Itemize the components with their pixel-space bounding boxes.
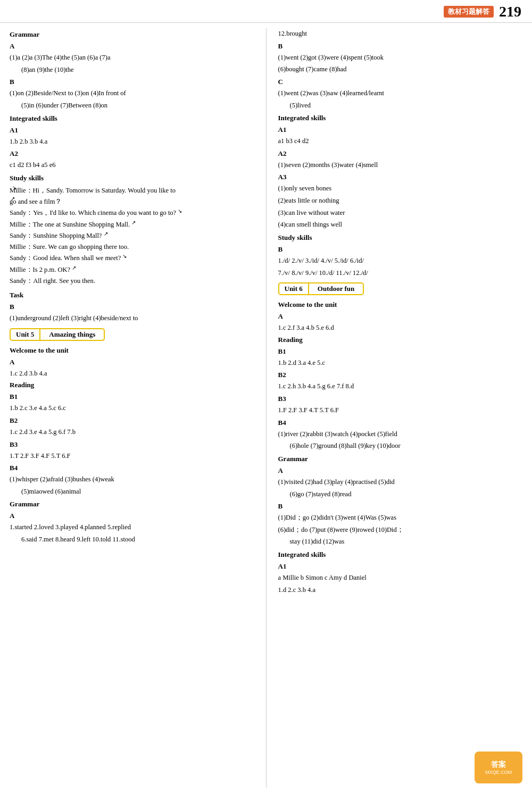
dialogue-line-2: Sandy：Yes，I'd like to. Which cinema do y… — [10, 207, 254, 219]
int2-A3-line2: (2)eats little or nothing — [278, 195, 523, 206]
grammar2-title: Grammar — [10, 500, 254, 508]
int3-last-line: 1.d 2.c 3.b 4.a — [278, 585, 523, 596]
dialogue-block: M↘illie：Hi，Sandy. Tomorrow is Saturday. … — [10, 185, 254, 287]
reading-B1-label: B1 — [10, 393, 254, 401]
study2-B-line1: 1./d/ 2./v/ 3./id/ 4./v/ 5./id/ 6./id/ — [278, 255, 523, 266]
grammar-A-line2: (8)an (9)the (10)the — [10, 64, 254, 76]
grammar-A-label: A — [10, 42, 254, 51]
int2-A1-label: A1 — [278, 126, 523, 134]
B-line1: (1)went (2)got (3)were (4)spent (5)took — [278, 52, 523, 63]
int3-A1-line1: a Millie b Simon c Amy d Daniel — [278, 572, 523, 583]
reading-B4-line2: (5)miaowed (6)animal — [10, 486, 254, 497]
reading-B2-label: B2 — [10, 416, 254, 425]
grammar3-B-label: B — [278, 502, 523, 511]
reading-B3-label: B3 — [10, 440, 254, 449]
grammar3-B-line3: stay (11)did (12)was — [278, 536, 523, 547]
C-line1: (1)went (2)was (3)saw (4)learned/learnt — [278, 88, 523, 99]
reading2-B4-label: B4 — [278, 419, 523, 427]
int2-A1-line1: a1 b3 c4 d2 — [278, 136, 523, 147]
reading2-B2-line1: 1.c 2.h 3.b 4.a 5.g 6.e 7.f 8.d — [278, 381, 523, 392]
welcome-A-line1: 1.c 2.d 3.b 4.a — [10, 368, 254, 379]
study2-B-label: B — [278, 245, 523, 254]
watermark-text2: MXQE.COM — [485, 770, 512, 775]
unit5-badge-row: Unit 5 Amazing things — [10, 328, 254, 341]
int3-A1-label: A1 — [278, 562, 523, 571]
int2-A3-label: A3 — [278, 173, 523, 181]
welcome2-title: Welcome to the unit — [278, 300, 523, 309]
grammar-B-label: B — [10, 78, 254, 86]
header-bar: 教材习题解答 219 — [0, 0, 532, 23]
page: 教材习题解答 219 Grammar A (1)a (2)a (3)The (4… — [0, 0, 532, 793]
reading-title: Reading — [10, 381, 254, 389]
int2-A2-line1: (1)seven (2)months (3)water (4)smell — [278, 160, 523, 171]
int2-A3-line1: (1)only seven bones — [278, 183, 523, 194]
dialogue-line-0: M↘illie：Hi，Sandy. Tomorrow is Saturday. … — [10, 185, 254, 196]
page-number: 219 — [499, 3, 521, 20]
int2-A2-label: A2 — [278, 149, 523, 158]
dialogue-line-4: Sandy：Sunshine Shopping Mall? ↗ — [10, 230, 254, 241]
reading2-B4-line2: (6)hole (7)ground (8)hall (9)key (10)doo… — [278, 440, 523, 452]
right-line1: 12.brought — [278, 28, 523, 39]
int3-title: Integrated skills — [278, 550, 523, 559]
int-A1-label: A1 — [10, 126, 254, 135]
int2-title: Integrated skills — [278, 114, 523, 122]
col-divider — [266, 28, 267, 788]
study2-title: Study skills — [278, 233, 523, 242]
int-A2-line1: c1 d2 f3 b4 a5 e6 — [10, 160, 254, 171]
int-A2-label: A2 — [10, 149, 254, 158]
left-column: Grammar A (1)a (2)a (3)The (4)the (5)an … — [10, 28, 254, 788]
reading2-B1-label: B1 — [278, 347, 523, 356]
grammar-B-line1: (1)on (2)Beside/Next to (3)on (4)In fron… — [10, 88, 254, 99]
dialogue-line-6: Sandy：Good idea. When shall we meet? ↘ — [10, 253, 254, 264]
task-B-label: B — [10, 303, 254, 311]
integrated-skills-title: Integrated skills — [10, 114, 254, 123]
reading-B2-line1: 1.c 2.d 3.e 4.a 5.g 6.f 7.b — [10, 427, 254, 438]
B-line2: (6)bought (7)came (8)had — [278, 64, 523, 75]
header-badge: 教材习题解答 — [444, 6, 494, 18]
reading-B4-line1: (1)whisper (2)afraid (3)bushes (4)weak — [10, 474, 254, 485]
dialogue-line-7: Millie：Is 2 p.m. OK? ↗ — [10, 264, 254, 276]
study2-B-line2: 7./v/ 8./v/ 9./v/ 10./d/ 11./v/ 12./d/ — [278, 268, 523, 279]
dialogue-line-1: g↗o and see a film？ — [10, 196, 254, 207]
right-column: 12.brought B (1)went (2)got (3)were (4)s… — [278, 28, 523, 788]
study-skills-title: Study skills — [10, 174, 254, 182]
reading2-B2-label: B2 — [278, 371, 523, 379]
grammar-title: Grammar — [10, 30, 254, 39]
dialogue-line-5: Millie：Sure. We can go shopping there to… — [10, 241, 254, 253]
reading-B3-line1: 1.T 2.F 3.F 4.F 5.T 6.F — [10, 450, 254, 462]
C-label: C — [278, 78, 523, 86]
welcome2-A-line1: 1.c 2.f 3.a 4.b 5.e 6.d — [278, 322, 523, 333]
reading-B1-line1: 1.b 2.c 3.e 4.a 5.c 6.c — [10, 403, 254, 414]
unit5-badge: Unit 5 — [10, 328, 40, 341]
grammar3-A-line1: (1)visited (2)had (3)play (4)practised (… — [278, 477, 523, 488]
grammar2-A-label: A — [10, 512, 254, 520]
grammar3-B-line2: (6)did；do (7)put (8)were (9)rowed (10)Di… — [278, 524, 523, 536]
C-line2: (5)lived — [278, 100, 523, 111]
int2-A3-line3: (3)can live without water — [278, 207, 523, 219]
grammar2-A-line2: 6.said 7.met 8.heard 9.left 10.told 11.s… — [10, 534, 254, 545]
reading2-title: Reading — [278, 336, 523, 344]
grammar-B-line2: (5)in (6)under (7)Between (8)on — [10, 100, 254, 111]
dialogue-line-8: Sandy：All right. See you then. — [10, 276, 254, 287]
int2-A3-line4: (4)can smell things well — [278, 219, 523, 230]
welcome-A-label: A — [10, 358, 254, 366]
B-label: B — [278, 42, 523, 51]
reading-B4-label: B4 — [10, 464, 254, 472]
dialogue-line-3: Millie：The one at Sunshine Shopping Mall… — [10, 219, 254, 230]
content-area: Grammar A (1)a (2)a (3)The (4)the (5)an … — [0, 23, 532, 793]
grammar-A-line1: (1)a (2)a (3)The (4)the (5)an (6)a (7)a — [10, 52, 254, 63]
watermark: 答案 MXQE.COM — [475, 752, 522, 783]
task-B-line1: (1)underground (2)left (3)right (4)besid… — [10, 313, 254, 324]
watermark-text1: 答案 — [491, 760, 506, 770]
grammar3-title: Grammar — [278, 455, 523, 463]
unit5-title: Amazing things — [40, 328, 105, 341]
grammar2-A-line1: 1.started 2.loved 3.played 4.planned 5.r… — [10, 522, 254, 533]
welcome-title: Welcome to the unit — [10, 346, 254, 355]
reading2-B3-label: B3 — [278, 395, 523, 403]
reading2-B3-line1: 1.F 2.F 3.F 4.T 5.T 6.F — [278, 405, 523, 416]
reading2-B4-line1: (1)river (2)rabbit (3)watch (4)pocket (5… — [278, 429, 523, 440]
grammar3-A-line2: (6)go (7)stayed (8)read — [278, 489, 523, 500]
reading2-B1-line1: 1.b 2.d 3.a 4.e 5.c — [278, 357, 523, 369]
unit6-badge-row: Unit 6 Outdoor fun — [278, 282, 523, 295]
grammar3-A-label: A — [278, 466, 523, 475]
